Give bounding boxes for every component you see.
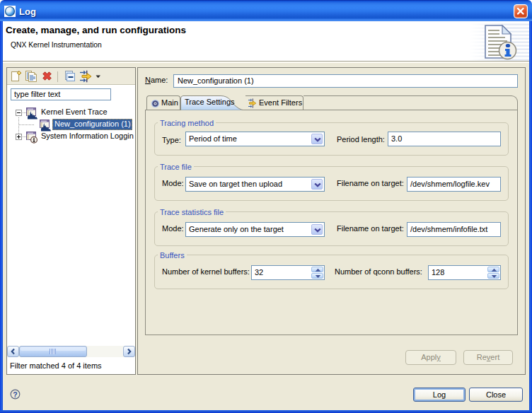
svg-text:?: ? — [13, 390, 17, 399]
